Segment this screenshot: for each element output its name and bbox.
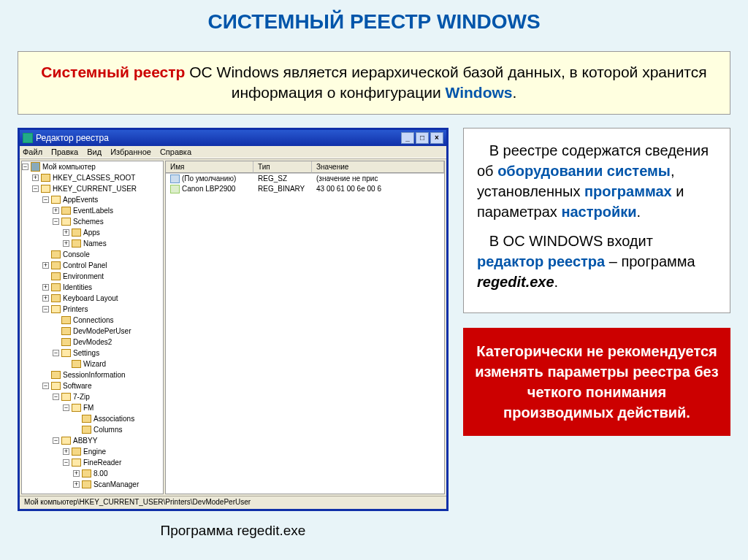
folder-icon bbox=[82, 469, 91, 477]
menubar: Файл Правка Вид Избранное Справка bbox=[20, 146, 446, 158]
folder-icon bbox=[61, 316, 71, 324]
folder-icon bbox=[72, 404, 81, 412]
menu-help[interactable]: Справка bbox=[160, 147, 191, 156]
folder-icon bbox=[61, 349, 71, 357]
column-headers: Имя Тип Значение bbox=[166, 161, 444, 174]
slide-title: СИСТЕМНЫЙ РЕЕСТР WINDOWS bbox=[0, 0, 748, 41]
folder-icon bbox=[51, 305, 61, 313]
maximize-button[interactable]: □ bbox=[416, 132, 429, 144]
folder-icon bbox=[51, 294, 61, 302]
window-title: Редактор реестра bbox=[36, 133, 401, 143]
folder-icon bbox=[51, 382, 61, 390]
menu-view[interactable]: Вид bbox=[87, 147, 102, 156]
binary-value-icon bbox=[170, 185, 180, 193]
intro-highlight1: Системный реестр bbox=[41, 64, 185, 80]
computer-icon bbox=[31, 162, 40, 172]
folder-icon bbox=[82, 415, 91, 423]
folder-icon bbox=[72, 360, 81, 368]
folder-icon bbox=[61, 437, 71, 445]
statusbar: Мой компьютер\HKEY_CURRENT_USER\Printers… bbox=[20, 496, 446, 509]
minimize-button[interactable]: _ bbox=[401, 132, 414, 144]
titlebar: Редактор реестра _ □ × bbox=[20, 130, 446, 146]
col-value[interactable]: Значение bbox=[312, 161, 444, 173]
tree-pane[interactable]: −Мой компьютер +HKEY_CLASSES_ROOT −HKEY_… bbox=[21, 161, 164, 494]
folder-icon bbox=[72, 448, 81, 456]
folder-icon bbox=[61, 218, 71, 226]
folder-icon bbox=[51, 196, 61, 204]
folder-icon bbox=[51, 261, 61, 269]
folder-icon bbox=[82, 426, 91, 434]
folder-icon bbox=[51, 272, 61, 280]
regedit-window: Редактор реестра _ □ × Файл Правка Вид И… bbox=[18, 128, 449, 511]
list-item[interactable]: (По умолчанию) REG_SZ (значение не прис bbox=[166, 174, 444, 184]
intro-box: Системный реестр ОС Windows является иер… bbox=[18, 51, 730, 115]
folder-icon bbox=[72, 229, 81, 237]
menu-edit[interactable]: Правка bbox=[51, 147, 78, 156]
close-button[interactable]: × bbox=[430, 132, 443, 144]
folder-icon bbox=[41, 174, 50, 182]
folder-icon bbox=[51, 283, 61, 291]
folder-icon bbox=[72, 239, 81, 248]
info-box: В реестре содержатся сведения об оборудо… bbox=[463, 128, 730, 313]
col-name[interactable]: Имя bbox=[166, 161, 253, 173]
app-icon bbox=[23, 133, 33, 143]
list-item[interactable]: Canon LBP2900 REG_BINARY 43 00 61 00 6e … bbox=[166, 184, 444, 194]
folder-icon bbox=[61, 338, 71, 346]
values-pane[interactable]: Имя Тип Значение (По умолчанию) REG_SZ (… bbox=[165, 161, 445, 494]
menu-file[interactable]: Файл bbox=[23, 147, 42, 156]
folder-icon bbox=[51, 250, 61, 258]
folder-icon bbox=[61, 327, 71, 335]
warning-box: Категорически не рекомендуется изменять … bbox=[463, 328, 730, 436]
figure-caption: Программа regedit.exe bbox=[18, 523, 449, 539]
folder-icon bbox=[82, 480, 91, 488]
folder-icon bbox=[61, 207, 71, 215]
folder-icon bbox=[51, 371, 61, 379]
menu-fav[interactable]: Избранное bbox=[110, 147, 151, 156]
folder-icon bbox=[41, 185, 50, 193]
folder-icon bbox=[61, 393, 71, 401]
col-type[interactable]: Тип bbox=[253, 161, 312, 173]
string-value-icon bbox=[170, 174, 180, 183]
folder-icon bbox=[72, 459, 81, 467]
